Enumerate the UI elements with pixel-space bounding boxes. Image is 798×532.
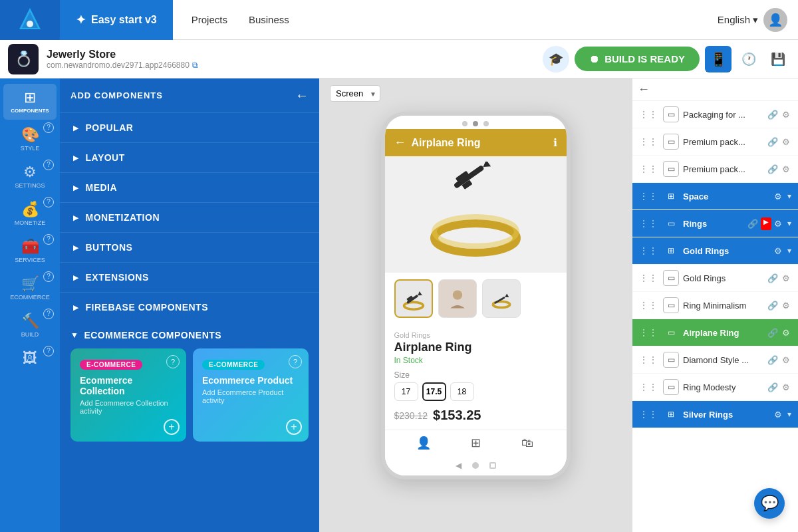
right-panel-item-rings[interactable]: ⋮⋮ ▭ Rings 🔗 ▶ ⚙ ▾ [632, 210, 798, 237]
link-button[interactable]: 🔗 [766, 381, 779, 394]
sidebar-item-settings[interactable]: ? ⚙ SETTINGS [3, 158, 57, 194]
gear-button[interactable]: ⚙ [781, 299, 791, 312]
chat-bubble[interactable]: 💬 [754, 488, 785, 519]
gear-button[interactable]: ⚙ [781, 381, 791, 394]
history-button[interactable]: 🕐 [737, 47, 761, 71]
component-icon: ▭ [663, 297, 679, 313]
triangle-icon: ▶ [73, 154, 79, 162]
app-title-button[interactable]: ✦ Easy start v3 [60, 0, 173, 40]
sidebar-item-style[interactable]: ? 🎨 STYLE [3, 121, 57, 157]
right-panel-item-goldrings-white[interactable]: ⋮⋮ ▭ Gold Rings 🔗 ⚙ [632, 265, 798, 292]
language-selector[interactable]: English ▾ [718, 14, 758, 26]
category-media[interactable]: ▶ MEDIA [60, 172, 319, 202]
link-button[interactable]: 🔗 [766, 163, 779, 176]
gear-button[interactable]: ⚙ [781, 136, 791, 148]
thumb-3[interactable] [482, 279, 521, 318]
help-circle-icon[interactable]: ? [166, 355, 180, 368]
category-monetization[interactable]: ▶ MONETIZATION [60, 202, 319, 232]
right-panel-item-airplanering[interactable]: ⋮⋮ ▭ Airplane Ring 🔗 ⚙ [632, 319, 798, 346]
sidebar-item-images[interactable]: ? 🖼 [3, 344, 57, 374]
nav-recents-sq[interactable] [489, 462, 496, 469]
link-button[interactable]: 🔗 [766, 354, 779, 366]
size-175-button[interactable]: 17.5 [422, 382, 446, 401]
component-panel: ADD COMPONENTS ← ▶ POPULAR ▶ LAYOUT ▶ ME… [60, 78, 319, 532]
link-button[interactable]: 🔗 [766, 299, 779, 312]
right-panel-item-ringmodesty[interactable]: ⋮⋮ ▭ Ring Modesty 🔗 ⚙ [632, 374, 798, 401]
help-icon[interactable]: ? [43, 160, 54, 170]
add-plus-icon[interactable]: + [286, 419, 302, 435]
link-button[interactable]: 🔗 [766, 327, 779, 339]
right-panel-item-goldrings-blue[interactable]: ⋮⋮ ⊞ Gold Rings ⚙ ▾ [632, 237, 798, 265]
link-button[interactable]: 🔗 [766, 108, 779, 121]
right-panel-back-button[interactable]: ← [638, 82, 650, 96]
mobile-view-button[interactable]: 📱 [705, 46, 732, 72]
help-icon[interactable]: ? [43, 197, 54, 207]
help-icon[interactable]: ? [43, 234, 54, 245]
right-panel-item-space[interactable]: ⋮⋮ ⊞ Space ⚙ ▾ [632, 183, 798, 210]
card-desc: Add Ecommerce Product activity [202, 388, 299, 404]
gear-button[interactable]: ⚙ [781, 327, 791, 339]
info-icon[interactable]: ℹ [553, 136, 557, 149]
category-extensions[interactable]: ▶ EXTENSIONS [60, 262, 319, 292]
nav-home-dot[interactable] [472, 462, 479, 469]
sidebar-item-services[interactable]: ? 🧰 SERVICES [3, 233, 57, 269]
size-18-button[interactable]: 18 [450, 382, 474, 401]
component-icon: ▭ [663, 106, 679, 122]
right-panel-item-silverrings[interactable]: ⋮⋮ ⊞ Silver Rings ⚙ ▾ [632, 401, 798, 428]
gear-button[interactable]: ⚙ [781, 163, 791, 176]
right-panel-item-packaging1[interactable]: ⋮⋮ ▭ Packaging for ... 🔗 ⚙ [632, 101, 798, 128]
right-panel-item-diamondstyle[interactable]: ⋮⋮ ▭ Diamond Style ... 🔗 ⚙ [632, 346, 798, 374]
old-price: $230.12 [394, 410, 428, 421]
nav-profile-icon[interactable]: 👤 [398, 436, 450, 450]
help-icon[interactable]: ? [43, 271, 54, 282]
gear-button[interactable]: ⚙ [773, 245, 783, 257]
back-arrow-icon[interactable]: ← [394, 136, 406, 150]
canvas-select[interactable]: Screen [330, 85, 380, 102]
nav-grid-icon[interactable]: ⊞ [450, 436, 501, 450]
category-layout[interactable]: ▶ LAYOUT [60, 142, 319, 172]
gear-button[interactable]: ⚙ [781, 108, 791, 121]
build-ready-button[interactable]: ⏺ BUILD IS READY [575, 47, 700, 71]
gear-button[interactable]: ⚙ [781, 272, 791, 285]
ecomm-product-card[interactable]: ? E-COMMERCE Ecommerce Product Add Ecomm… [193, 348, 309, 442]
thumb-1[interactable] [394, 279, 433, 318]
sidebar-item-components[interactable]: ⊞ COMPONENTS [3, 84, 57, 120]
help-icon[interactable]: ? [43, 346, 54, 356]
logo-icon [15, 5, 45, 35]
panel-back-button[interactable]: ← [295, 88, 309, 103]
triangle-icon: ▶ [73, 304, 79, 311]
help-icon[interactable]: ? [43, 122, 54, 133]
gear-button[interactable]: ⚙ [781, 354, 791, 366]
nav-projects[interactable]: Projects [181, 9, 238, 31]
nav-back-icon[interactable]: ◀ [456, 461, 462, 470]
link-button[interactable]: 🔗 [746, 217, 759, 230]
cap-button[interactable]: 🎓 [543, 46, 569, 72]
gear-button[interactable]: ⚙ [773, 217, 783, 230]
copy-icon[interactable]: ⧉ [192, 61, 198, 70]
nav-business[interactable]: Business [238, 9, 300, 31]
drag-handle-icon: ⋮⋮ [639, 245, 658, 256]
help-icon[interactable]: ? [43, 309, 54, 319]
gear-button[interactable]: ⚙ [773, 190, 783, 203]
sidebar-item-ecommerce[interactable]: ? 🛒 ECOMMERCE [3, 270, 57, 306]
sidebar-item-build[interactable]: ? 🔨 BUILD [3, 307, 57, 343]
category-firebase[interactable]: ▶ FIREBASE COMPONENTS [60, 292, 319, 322]
link-button[interactable]: 🔗 [766, 136, 779, 148]
link-button[interactable]: 🔗 [766, 272, 779, 285]
ecomm-collection-card[interactable]: ? E-COMMERCE Ecommerce Collection Add Ec… [70, 348, 186, 442]
thumb-2[interactable] [438, 279, 477, 318]
right-panel-item-packaging3[interactable]: ⋮⋮ ▭ Premium pack... 🔗 ⚙ [632, 156, 798, 183]
category-popular[interactable]: ▶ POPULAR [60, 112, 319, 142]
right-panel-item-packaging2[interactable]: ⋮⋮ ▭ Premium pack... 🔗 ⚙ [632, 128, 798, 156]
size-17-button[interactable]: 17 [394, 382, 418, 401]
help-circle-icon[interactable]: ? [289, 355, 302, 368]
nav-bag-icon[interactable]: 🛍 [501, 436, 553, 450]
sidebar-item-monetize[interactable]: ? 💰 MONETIZE [3, 196, 57, 231]
gear-button[interactable]: ⚙ [773, 408, 783, 421]
drag-handle-icon: ⋮⋮ [639, 273, 658, 283]
add-plus-icon[interactable]: + [164, 419, 180, 435]
save-button[interactable]: 💾 [766, 47, 790, 71]
right-panel-item-ringmin[interactable]: ⋮⋮ ▭ Ring Minimalism 🔗 ⚙ [632, 292, 798, 319]
canvas-select-wrap[interactable]: Screen [330, 85, 380, 102]
category-buttons[interactable]: ▶ BUTTONS [60, 232, 319, 262]
